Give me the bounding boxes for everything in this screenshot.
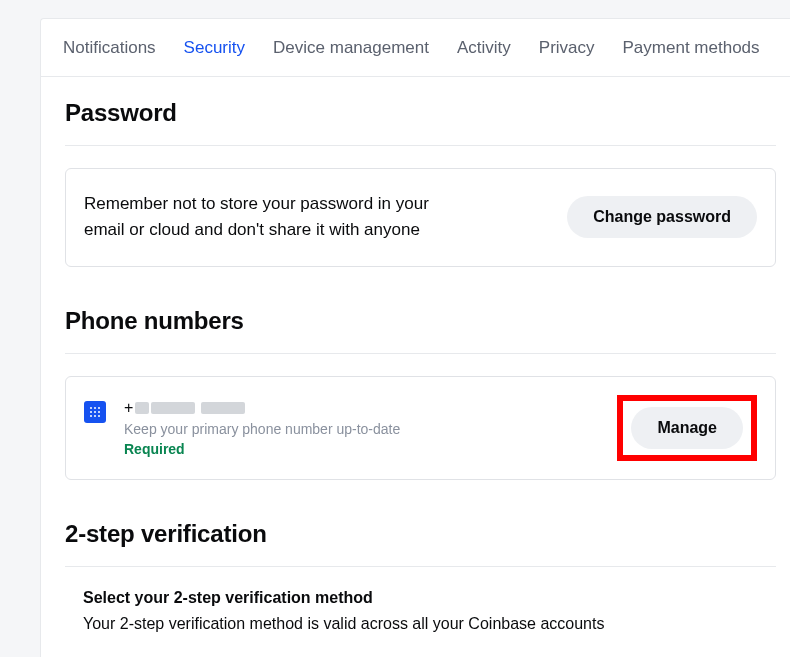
- two-step-select-heading: Select your 2-step verification method: [83, 589, 758, 607]
- svg-point-5: [98, 411, 100, 413]
- two-step-select-sub: Your 2-step verification method is valid…: [83, 615, 758, 633]
- phone-number: +: [124, 399, 400, 417]
- divider: [65, 353, 776, 354]
- settings-tabs: Notifications Security Device management…: [41, 19, 790, 77]
- phone-section-title: Phone numbers: [65, 307, 776, 335]
- redacted-segment: [135, 402, 149, 414]
- tab-activity[interactable]: Activity: [457, 38, 511, 58]
- password-card: Remember not to store your password in y…: [65, 168, 776, 267]
- redacted-segment: [151, 402, 195, 414]
- change-password-button[interactable]: Change password: [567, 196, 757, 238]
- tab-device-management[interactable]: Device management: [273, 38, 429, 58]
- svg-point-2: [98, 407, 100, 409]
- password-section-title: Password: [65, 99, 776, 127]
- svg-point-7: [94, 415, 96, 417]
- password-message: Remember not to store your password in y…: [84, 191, 464, 244]
- manage-phone-button[interactable]: Manage: [631, 407, 743, 449]
- divider: [65, 145, 776, 146]
- svg-point-4: [94, 411, 96, 413]
- tab-security[interactable]: Security: [184, 38, 245, 58]
- tab-privacy[interactable]: Privacy: [539, 38, 595, 58]
- divider: [65, 566, 776, 567]
- svg-point-8: [98, 415, 100, 417]
- tab-payment-methods[interactable]: Payment methods: [623, 38, 760, 58]
- phone-keypad-icon: [84, 401, 106, 423]
- tab-notifications[interactable]: Notifications: [63, 38, 156, 58]
- svg-point-6: [90, 415, 92, 417]
- svg-point-3: [90, 411, 92, 413]
- svg-point-0: [90, 407, 92, 409]
- two-step-section-title: 2-step verification: [65, 520, 776, 548]
- phone-required-label: Required: [124, 441, 400, 457]
- manage-highlight: Manage: [617, 395, 757, 461]
- phone-subtext: Keep your primary phone number up-to-dat…: [124, 421, 400, 437]
- phone-card: + Keep your primary phone number up-to-d…: [65, 376, 776, 480]
- redacted-segment: [201, 402, 245, 414]
- svg-point-1: [94, 407, 96, 409]
